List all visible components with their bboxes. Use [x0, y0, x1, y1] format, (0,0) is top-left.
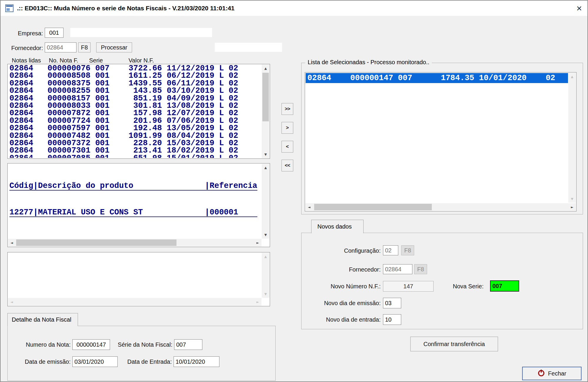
scroll-up-icon[interactable]: ▲ — [262, 253, 269, 260]
notas-vscroll-thumb[interactable] — [262, 73, 269, 121]
selecionadas-listbox[interactable]: 02864 000000147 007 1784.35 10/01/2020 0… — [305, 72, 577, 211]
detalhe-tab[interactable]: Detalhe da Nota Fiscal — [7, 313, 78, 326]
confirmar-button[interactable]: Confirmar transferência — [410, 337, 498, 351]
selecionadas-list: 02864 000000147 007 1784.35 10/01/2020 0… — [306, 73, 568, 202]
scroll-up-icon[interactable]: ▲ — [568, 73, 576, 80]
fechar-button[interactable]: Fechar — [522, 367, 582, 380]
data-emissao-label: Data de emissão: — [12, 358, 71, 365]
selecionada-row[interactable]: 02864 000000147 007 1784.35 10/01/2020 0… — [306, 73, 568, 83]
empresa-panel — [70, 28, 212, 37]
produtos-hscroll-thumb[interactable] — [16, 239, 176, 246]
empresa-label: Empresa: — [6, 30, 43, 37]
selecionadas-hscroll-thumb[interactable] — [314, 204, 432, 210]
notas-vscroll[interactable]: ▲ ▼ — [262, 65, 269, 158]
novos-fornecedor-label: Fornecedor: — [295, 266, 381, 273]
fornecedor-panel — [215, 43, 282, 52]
obs-listbox[interactable]: ▲ ▼ ◄ ► — [7, 252, 270, 306]
produtos-hscroll[interactable]: ◄ ► — [8, 239, 261, 247]
produtos-list-wrap: Códig|Descrição do produto |Referencia 1… — [8, 164, 261, 238]
nota-row[interactable]: 02864 000007597 001 192.48 13/05/2019 L … — [8, 125, 261, 132]
data-entrada-label: Data de Entrada: — [118, 358, 172, 365]
numero-nota-input[interactable] — [72, 339, 110, 350]
produtos-vscroll[interactable]: ▲ ▼ — [262, 164, 269, 239]
scroll-up-icon[interactable]: ▲ — [262, 164, 269, 171]
app-window: .:: ED013C:: Muda Número e serie de Nota… — [0, 0, 588, 382]
move-all-right-button[interactable]: >> — [281, 103, 293, 115]
col-header-notas-lidas: Notas lidas — [12, 57, 41, 64]
move-right-button[interactable]: > — [281, 122, 293, 134]
nota-row[interactable]: 02864 000008508 001 1611.25 06/12/2019 L… — [8, 72, 261, 80]
nota-row[interactable]: 02864 000007872 001 157.98 12/07/2019 L … — [8, 110, 261, 117]
novo-dia-entrada-input[interactable] — [383, 314, 401, 325]
fornecedor-label: Fornecedor: — [6, 45, 43, 51]
produto-row[interactable]: 12277|MATERIAL USO E CONS ST |000001 — [9, 208, 257, 217]
scroll-right-icon[interactable]: ► — [254, 298, 261, 306]
notas-listbox[interactable]: 02864 000000076 007 3722.66 11/12/2019 L… — [7, 64, 270, 159]
fornecedor-input[interactable] — [45, 42, 76, 52]
col-header-serie: Serie — [89, 57, 103, 64]
move-left-button[interactable]: < — [281, 141, 293, 153]
nota-row[interactable]: 02864 000007085 001 651.98 15/01/2019 L … — [8, 155, 261, 158]
fechar-label: Fechar — [548, 370, 566, 377]
obs-hscroll[interactable]: ◄ ► — [8, 298, 261, 306]
novos-fornecedor-input[interactable] — [383, 264, 412, 274]
window-title: .:: ED013C:: Muda Número e serie de Nota… — [17, 5, 234, 12]
numero-nota-label: Numero da Nota: — [12, 341, 71, 348]
scroll-left-icon[interactable]: ◄ — [305, 203, 313, 211]
nova-serie-input[interactable] — [490, 280, 519, 292]
fornecedor-f8-button[interactable]: F8 — [78, 42, 91, 52]
notas-list: 02864 000000076 007 3722.66 11/12/2019 L… — [8, 65, 261, 158]
novo-dia-emissao-label: Novo dia de emissão: — [295, 300, 381, 306]
serie-fiscal-input[interactable] — [174, 339, 202, 350]
processar-button[interactable]: Processar — [96, 42, 132, 52]
novo-dia-emissao-input[interactable] — [383, 298, 401, 308]
selecionadas-hscroll[interactable]: ◄ ► — [305, 203, 576, 211]
novo-numero-input[interactable] — [383, 281, 434, 292]
scroll-down-icon[interactable]: ▼ — [568, 195, 576, 203]
scroll-left-icon[interactable]: ◄ — [8, 239, 16, 247]
nota-row[interactable]: 02864 000008255 001 143.85 03/10/2019 L … — [8, 87, 261, 95]
data-entrada-input[interactable] — [174, 356, 219, 367]
scroll-down-icon[interactable]: ▼ — [262, 290, 269, 298]
produtos-header-row: Códig|Descrição do produto |Referencia — [9, 182, 257, 191]
novo-numero-label: Novo Número N.F.: — [295, 283, 381, 290]
produtos-listbox[interactable]: Códig|Descrição do produto |Referencia 1… — [7, 163, 270, 247]
close-button[interactable]: × — [573, 2, 585, 14]
col-header-no-nota: No. Nota F. — [49, 57, 78, 64]
col-header-valor: Valor N.F. — [129, 57, 154, 64]
titlebar: .:: ED013C:: Muda Número e serie de Nota… — [1, 1, 587, 16]
obs-vscroll[interactable]: ▲ ▼ — [262, 253, 269, 298]
novos-fornecedor-f8-button[interactable]: F8 — [414, 264, 427, 274]
configuracao-label: Configuração: — [295, 247, 381, 254]
novo-dia-entrada-label: Novo dia de entrada: — [295, 316, 381, 323]
app-icon — [5, 4, 14, 13]
move-all-left-button[interactable]: << — [281, 160, 293, 171]
configuracao-f8-button[interactable]: F8 — [401, 245, 414, 255]
scroll-right-icon[interactable]: ► — [568, 203, 576, 211]
scroll-left-icon[interactable]: ◄ — [8, 298, 16, 306]
nota-row[interactable]: 02864 000007301 001 213.41 18/02/2019 L … — [8, 147, 261, 154]
produtos-list: 12277|MATERIAL USO E CONS ST |000001 — [8, 208, 261, 217]
selecionadas-title: Lista de Selecionadas - Processo monitor… — [305, 59, 432, 66]
scroll-up-icon[interactable]: ▲ — [262, 65, 269, 72]
novos-dados-tab[interactable]: Novos dados — [311, 220, 364, 233]
nova-serie-label: Nova Serie: — [436, 283, 484, 290]
empresa-input[interactable] — [45, 28, 64, 38]
scroll-down-icon[interactable]: ▼ — [262, 151, 269, 158]
scroll-right-icon[interactable]: ► — [254, 239, 261, 247]
data-emissao-input[interactable] — [72, 356, 118, 367]
power-icon — [537, 369, 545, 378]
selecionadas-vscroll[interactable]: ▲ ▼ — [568, 73, 576, 203]
serie-fiscal-label: Série da Nota Fiscal: — [110, 341, 172, 348]
detalhe-group — [7, 326, 276, 381]
scroll-down-icon[interactable]: ▼ — [262, 231, 269, 239]
configuracao-input[interactable] — [383, 245, 398, 255]
